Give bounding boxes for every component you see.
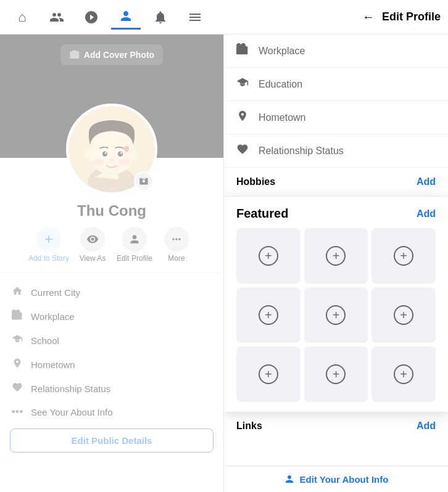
links-title: Links <box>236 420 262 432</box>
edit-about-icon <box>284 474 295 485</box>
nav-icons-left: ⌂ <box>7 5 210 30</box>
hobbies-title: Hobbies <box>236 176 275 187</box>
plus-icon-9: + <box>394 364 413 384</box>
featured-cell-2[interactable]: + <box>304 228 368 284</box>
nav-right: ← Edit Profile <box>362 10 441 24</box>
nav-home[interactable]: ⌂ <box>7 5 37 30</box>
nav-notifications[interactable] <box>146 5 175 30</box>
education-item[interactable]: Education <box>224 68 448 101</box>
hometown-menu-label: Hometown <box>259 112 305 123</box>
plus-icon-7: + <box>259 364 278 384</box>
workplace-menu-label: Workplace <box>259 46 305 57</box>
featured-cell-8[interactable]: + <box>304 346 368 402</box>
hometown-item[interactable]: Hometown <box>224 101 448 134</box>
featured-title: Featured <box>236 207 288 221</box>
links-add-button[interactable]: Add <box>417 420 436 432</box>
nav-menu[interactable] <box>180 5 210 30</box>
plus-icon-3: + <box>394 246 413 266</box>
relationship-menu-label: Relationship Status <box>259 146 344 157</box>
edit-about-label: Edit Your About Info <box>300 474 389 485</box>
links-header: Links Add <box>236 420 436 432</box>
relationship-item[interactable]: Relationship Status <box>224 134 448 168</box>
education-menu-label: Education <box>259 79 302 90</box>
hobbies-section: Hobbies Add <box>224 168 448 197</box>
left-panel: Add Cover Photo <box>0 35 224 492</box>
featured-cell-9[interactable]: + <box>371 346 436 402</box>
relationship-menu-icon <box>236 143 251 158</box>
plus-icon-6: + <box>394 305 413 325</box>
main-layout: Add Cover Photo <box>0 35 448 492</box>
plus-icon-2: + <box>326 246 346 266</box>
plus-icon-5: + <box>326 305 346 325</box>
plus-icon-8: + <box>326 364 346 384</box>
featured-cell-3[interactable]: + <box>371 228 436 284</box>
featured-cell-4[interactable]: + <box>236 287 301 343</box>
nav-title: Edit Profile <box>382 10 441 23</box>
plus-icon-1: + <box>259 246 278 266</box>
featured-cell-5[interactable]: + <box>304 287 368 343</box>
nav-groups[interactable] <box>77 5 106 30</box>
left-panel-overlay <box>0 35 223 492</box>
workplace-item[interactable]: Workplace <box>224 35 448 68</box>
featured-grid: + + + + + + + <box>236 228 436 402</box>
featured-cell-1[interactable]: + <box>236 228 301 284</box>
featured-cell-7[interactable]: + <box>236 346 301 402</box>
plus-icon-4: + <box>259 305 278 325</box>
back-arrow[interactable]: ← <box>362 10 375 24</box>
top-nav: ⌂ ← Edit Profile <box>0 0 448 35</box>
workplace-menu-icon <box>236 43 251 59</box>
nav-friends[interactable] <box>42 5 72 30</box>
links-section: Links Add <box>224 412 448 440</box>
featured-header: Featured Add <box>236 207 436 221</box>
featured-cell-6[interactable]: + <box>371 287 436 343</box>
featured-section: Featured Add + + + + + <box>224 197 448 412</box>
featured-add-button[interactable]: Add <box>417 208 436 219</box>
education-menu-icon <box>236 76 251 92</box>
hometown-menu-icon <box>236 110 251 125</box>
right-panel: Workplace Education Hometown Relationshi… <box>224 35 448 492</box>
nav-profile[interactable] <box>111 5 141 30</box>
hobbies-add-button[interactable]: Add <box>417 176 436 187</box>
edit-about-bar[interactable]: Edit Your About Info <box>224 465 448 492</box>
